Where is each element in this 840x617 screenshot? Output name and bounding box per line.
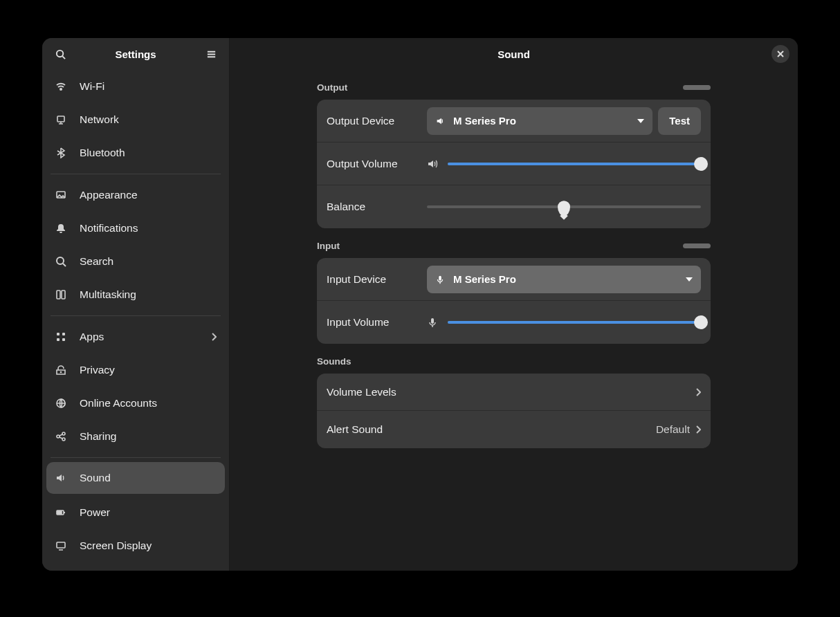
chevron-right-icon (695, 388, 701, 396)
sidebar-item-sound[interactable]: Sound (46, 462, 225, 494)
svg-point-20 (57, 435, 60, 438)
sidebar-item-label: Privacy (80, 364, 115, 376)
input-card: Input Device M Series Pro Input Volume (317, 258, 711, 344)
sidebar-item-label: Multitasking (80, 288, 136, 301)
sidebar-item-label: Bluetooth (80, 147, 125, 159)
sidebar-item-screen-display[interactable]: Screen Display (42, 529, 229, 562)
input-section-header: Input (317, 241, 711, 251)
sidebar-item-power[interactable]: Power (42, 496, 229, 529)
hamburger-icon (206, 49, 217, 59)
balance-row: Balance (317, 185, 711, 228)
sidebar-item-label: Search (80, 255, 113, 268)
close-icon (777, 50, 784, 57)
test-button[interactable]: Test (658, 107, 701, 135)
output-card: Output Device M Series Pro Test (317, 100, 711, 228)
output-device-row: Output Device M Series Pro Test (317, 100, 711, 142)
microphone-icon (427, 317, 438, 328)
output-heading: Output (317, 82, 347, 93)
output-device-label: Output Device (327, 115, 427, 127)
sidebar-item-network[interactable]: Network (42, 103, 229, 136)
sounds-card: Volume Levels Alert Sound Default (317, 374, 711, 448)
multitasking-icon (55, 288, 67, 301)
output-level-indicator (683, 85, 711, 90)
output-volume-row: Output Volume (317, 142, 711, 185)
privacy-icon (55, 364, 67, 376)
svg-line-24 (60, 437, 62, 439)
sidebar-header: Settings (42, 38, 229, 70)
sidebar-item-label: Network (80, 113, 119, 126)
sound-icon (55, 472, 67, 484)
input-volume-label: Input Volume (327, 316, 427, 329)
output-device-select[interactable]: M Series Pro (427, 107, 652, 135)
sidebar-item-label: Screen Display (80, 540, 152, 552)
speaker-icon (435, 116, 445, 126)
main-panel: Sound Output Output Device (230, 38, 798, 571)
svg-rect-28 (57, 542, 65, 548)
sounds-heading: Sounds (317, 356, 351, 367)
output-volume-slider[interactable] (448, 157, 701, 171)
caret-down-icon (637, 119, 644, 123)
chevron-right-icon (211, 333, 217, 341)
sidebar-item-multitasking[interactable]: Multitasking (42, 278, 229, 311)
search-button[interactable] (51, 44, 70, 64)
sidebar-item-sharing[interactable]: Sharing (42, 420, 229, 453)
sidebar-separator (51, 315, 221, 316)
sidebar-item-privacy[interactable]: Privacy (42, 353, 229, 387)
sidebar: Settings Wi-FiNetworkBluetoothAppearance… (42, 38, 230, 571)
input-device-select[interactable]: M Series Pro (427, 266, 701, 293)
svg-rect-15 (62, 333, 65, 335)
svg-rect-32 (439, 275, 441, 280)
microphone-icon (435, 275, 445, 284)
svg-point-0 (56, 50, 62, 56)
input-device-row: Input Device M Series Pro (317, 258, 711, 301)
alert-sound-row[interactable]: Alert Sound Default (317, 411, 711, 448)
volume-levels-label: Volume Levels (327, 386, 396, 398)
power-icon (55, 506, 67, 519)
svg-rect-16 (57, 338, 60, 341)
menu-button[interactable] (201, 44, 221, 64)
bluetooth-icon (55, 147, 67, 159)
svg-rect-17 (62, 338, 65, 341)
svg-rect-13 (62, 291, 65, 299)
svg-rect-33 (431, 318, 434, 324)
network-icon (55, 113, 67, 126)
sidebar-item-search[interactable]: Search (42, 245, 229, 278)
sidebar-item-label: Sharing (80, 430, 116, 443)
content-area: Output Output Device M Series Pro (230, 70, 798, 571)
sidebar-item-wi-fi[interactable]: Wi-Fi (42, 70, 229, 103)
sidebar-item-appearance[interactable]: Appearance (42, 178, 229, 212)
sidebar-item-notifications[interactable]: Notifications (42, 212, 229, 245)
close-button[interactable] (771, 45, 789, 63)
svg-line-1 (62, 56, 65, 59)
input-device-value: M Series Pro (453, 273, 516, 285)
sidebar-item-label: Wi-Fi (80, 80, 104, 93)
sidebar-item-label: Online Accounts (80, 397, 157, 409)
output-section-header: Output (317, 82, 711, 93)
svg-point-18 (60, 371, 62, 374)
svg-point-10 (57, 257, 64, 264)
sidebar-item-apps[interactable]: Apps (42, 320, 229, 353)
alert-sound-value: Default (656, 423, 690, 436)
svg-rect-14 (57, 333, 60, 335)
input-volume-slider[interactable] (448, 315, 701, 329)
balance-slider[interactable] (427, 200, 701, 214)
display-icon (55, 540, 67, 552)
svg-rect-6 (57, 116, 64, 122)
sidebar-item-bluetooth[interactable]: Bluetooth (42, 136, 229, 169)
input-heading: Input (317, 241, 340, 251)
sidebar-item-label: Appearance (80, 189, 138, 201)
svg-point-22 (62, 438, 65, 441)
svg-point-21 (62, 432, 65, 435)
sidebar-separator (51, 457, 221, 458)
online-accounts-icon (55, 397, 67, 409)
svg-line-23 (60, 434, 62, 436)
input-level-indicator (683, 243, 711, 248)
search-icon (55, 255, 67, 268)
sounds-section-header: Sounds (317, 356, 711, 367)
volume-levels-row[interactable]: Volume Levels (317, 374, 711, 411)
sidebar-item-label: Sound (80, 472, 111, 484)
apps-icon (55, 331, 67, 343)
alert-sound-label: Alert Sound (327, 423, 383, 436)
svg-line-11 (63, 264, 66, 266)
sidebar-item-online-accounts[interactable]: Online Accounts (42, 387, 229, 420)
